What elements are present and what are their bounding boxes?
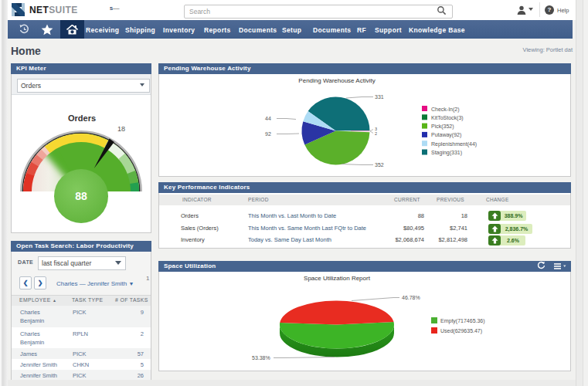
- svg-text:Putaway(92): Putaway(92): [431, 132, 461, 138]
- svg-text:53.38%: 53.38%: [252, 355, 270, 361]
- svg-text:331: 331: [375, 94, 384, 100]
- svg-text:352: 352: [375, 162, 384, 168]
- svg-text:KitToStock(3): KitToStock(3): [431, 115, 464, 121]
- svg-text:46.78%: 46.78%: [402, 295, 420, 300]
- svg-text:2: 2: [375, 131, 377, 136]
- svg-text:88: 88: [75, 190, 87, 202]
- svg-text:Replenishment(44): Replenishment(44): [431, 141, 477, 147]
- svg-text:92: 92: [265, 131, 271, 137]
- svg-text:Pick(352): Pick(352): [431, 124, 454, 130]
- svg-text:Used(629635.47): Used(629635.47): [440, 328, 482, 334]
- svg-text:Check-In(2): Check-In(2): [431, 107, 460, 113]
- svg-text:Staging(331): Staging(331): [431, 150, 462, 156]
- svg-text:44: 44: [265, 116, 271, 121]
- svg-text:Empty(717465.36): Empty(717465.36): [440, 318, 485, 324]
